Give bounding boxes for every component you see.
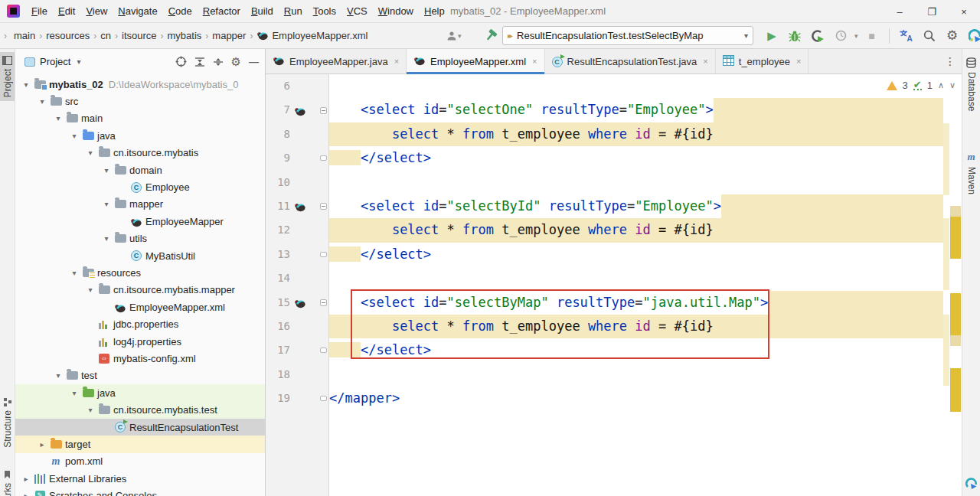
tree-row-EmployeeMapper[interactable]: EmployeeMapper: [15, 213, 265, 230]
menu-item-window[interactable]: Window: [373, 2, 419, 20]
tab-close-icon[interactable]: ×: [532, 57, 537, 66]
profiler-dropdown-icon[interactable]: ▾: [854, 32, 858, 40]
code-text[interactable]: <select id="selectByMap" resultType="jav…: [329, 291, 943, 315]
menu-item-help[interactable]: Help: [419, 2, 450, 20]
code-line-15[interactable]: 15 <select id="selectByMap" resultType="…: [266, 291, 943, 315]
chevron-down-icon[interactable]: ▾: [68, 269, 80, 277]
fold-end-icon[interactable]: [320, 396, 327, 401]
tree-row-External-Libraries[interactable]: ▸External Libraries: [15, 470, 265, 487]
tree-row-src[interactable]: ▾src: [15, 93, 265, 109]
chevron-right-icon[interactable]: ▸: [20, 491, 32, 496]
tool-button-structure[interactable]: Structure: [0, 393, 15, 452]
profiler-button[interactable]: [831, 27, 850, 45]
tree-row-jdbc.properties[interactable]: jdbc.properties: [15, 315, 265, 332]
code-editor[interactable]: 67 <select id="selectOne" resultType="Em…: [266, 74, 943, 410]
code-line-7[interactable]: 7 <select id="selectOne" resultType="Emp…: [266, 98, 943, 122]
mybatis-bird-gutter-icon[interactable]: [290, 98, 310, 122]
build-hammer-icon[interactable]: [482, 27, 501, 45]
breadcrumb-item-itsource[interactable]: itsource: [122, 30, 157, 41]
tree-row-MyBatisUtil[interactable]: CMyBatisUtil: [15, 247, 265, 264]
code-text[interactable]: </select>: [329, 338, 943, 362]
tab-t_employee[interactable]: t_employee×: [716, 49, 809, 73]
collapse-all-icon[interactable]: [213, 57, 224, 67]
code-text[interactable]: [329, 171, 943, 194]
search-everywhere-icon[interactable]: [920, 27, 939, 45]
code-line-16[interactable]: 16 select * from t_employee where id = #…: [266, 315, 943, 338]
fold-marker[interactable]: [310, 338, 329, 362]
fold-start-icon[interactable]: [320, 107, 327, 114]
tool-button-database[interactable]: Database: [962, 54, 980, 115]
editor-scrollbar[interactable]: [943, 74, 962, 496]
chevron-down-icon[interactable]: ▾: [100, 234, 113, 243]
tree-row-java[interactable]: ▾java: [15, 384, 265, 401]
tab-close-icon[interactable]: ×: [394, 57, 399, 66]
menu-item-view[interactable]: View: [80, 2, 113, 20]
code-line-19[interactable]: 19</mapper>: [266, 387, 943, 410]
code-text[interactable]: select * from t_employee where id = #{id…: [329, 218, 943, 242]
tree-row-mapper[interactable]: ▾mapper: [15, 196, 265, 213]
chevron-down-icon[interactable]: ▾: [100, 200, 113, 208]
code-line-13[interactable]: 13 </select>: [266, 243, 943, 266]
debug-button[interactable]: [786, 27, 804, 45]
stop-button[interactable]: ■: [863, 27, 881, 45]
code-text[interactable]: <select id="selectById" resultType="Empl…: [329, 194, 943, 218]
code-text[interactable]: </select>: [329, 243, 943, 266]
tree-row-EmployeeMapper.xml[interactable]: EmployeeMapper.xml: [15, 299, 265, 315]
chevron-down-icon[interactable]: ▾: [20, 80, 32, 89]
code-line-18[interactable]: 18: [266, 363, 943, 387]
hide-panel-icon[interactable]: —: [249, 56, 259, 67]
close-button[interactable]: ×: [948, 0, 980, 23]
tool-button-bookmarks[interactable]: Bookmarks: [0, 466, 15, 496]
tool-button-maven[interactable]: m Maven: [962, 147, 980, 198]
tab-EmployeeMapper.xml[interactable]: EmployeeMapper.xml×: [407, 49, 544, 73]
settings-gear-icon[interactable]: ⚙: [943, 27, 962, 45]
chevron-down-icon[interactable]: ▾: [68, 132, 80, 140]
code-line-14[interactable]: 14: [266, 266, 943, 290]
mybatis-bird-gutter-icon[interactable]: [290, 194, 310, 218]
maximize-button[interactable]: ❐: [916, 0, 948, 23]
fold-end-icon[interactable]: [320, 155, 327, 161]
chevron-down-icon[interactable]: ▾: [84, 286, 96, 294]
tab-ResultEncapsulationTest.java[interactable]: CResultEncapsulationTest.java×: [545, 49, 716, 73]
project-panel-title[interactable]: Project: [40, 56, 70, 67]
translate-icon[interactable]: A: [897, 27, 916, 45]
fold-marker[interactable]: [310, 291, 329, 315]
code-line-12[interactable]: 12 select * from t_employee where id = #…: [266, 218, 943, 242]
tab-close-icon[interactable]: ×: [703, 57, 707, 66]
run-configuration-select[interactable]: ▸▸ ResultEncapsulationTest.testSelectByM…: [502, 26, 753, 45]
tree-row-test[interactable]: ▾test: [15, 367, 265, 384]
code-line-6[interactable]: 6: [266, 74, 943, 98]
menu-item-tools[interactable]: Tools: [308, 2, 341, 20]
code-text[interactable]: [329, 266, 943, 290]
chevron-down-icon[interactable]: ▾: [100, 166, 113, 175]
tree-row-cn.itsource.mybatis.test[interactable]: ▾cn.itsource.mybatis.test: [15, 401, 265, 418]
tree-row-mybatis-config.xml[interactable]: ‹›mybatis-config.xml: [15, 350, 265, 367]
menu-item-file[interactable]: File: [26, 2, 53, 20]
code-text[interactable]: [329, 363, 943, 387]
chevron-right-icon[interactable]: ▸: [36, 440, 48, 449]
menu-item-edit[interactable]: Edit: [53, 2, 80, 20]
breadcrumb-item-mybatis[interactable]: mybatis: [168, 30, 202, 41]
fold-marker[interactable]: [310, 146, 329, 170]
tab-close-icon[interactable]: ×: [796, 57, 801, 66]
run-with-coverage-button[interactable]: [808, 27, 827, 45]
tree-row-Scratches-and-Consoles[interactable]: ▸✎Scratches and Consoles: [15, 487, 265, 496]
menu-item-code[interactable]: Code: [163, 2, 198, 20]
menu-item-navigate[interactable]: Navigate: [113, 2, 162, 20]
code-line-9[interactable]: 9 </select>: [266, 146, 943, 170]
tree-row-resources[interactable]: ▾resources: [15, 264, 265, 281]
tree-row-pom.xml[interactable]: mpom.xml: [15, 453, 265, 470]
fold-marker[interactable]: [310, 194, 329, 218]
tab-EmployeeMapper.java[interactable]: EmployeeMapper.java×: [266, 49, 407, 73]
chevron-down-icon[interactable]: ▾: [84, 148, 96, 157]
code-text[interactable]: </select>: [329, 146, 943, 170]
minimize-button[interactable]: –: [884, 0, 916, 23]
tree-row-mybatis_02[interactable]: ▾mybatis_02D:\IdeaWorkspace\mybatis_0: [15, 76, 265, 93]
code-line-8[interactable]: 8 select * from t_employee where id = #{…: [266, 122, 943, 146]
chevron-down-icon[interactable]: ▾: [52, 371, 64, 380]
tree-row-cn.itsource.mybatis[interactable]: ▾cn.itsource.mybatis: [15, 145, 265, 162]
mybatis-bird-gutter-icon[interactable]: [290, 291, 310, 315]
breadcrumb-item-resources[interactable]: resources: [46, 30, 90, 41]
project-options-gear-icon[interactable]: ⚙: [231, 56, 241, 67]
tree-row-target[interactable]: ▸target: [15, 436, 265, 452]
